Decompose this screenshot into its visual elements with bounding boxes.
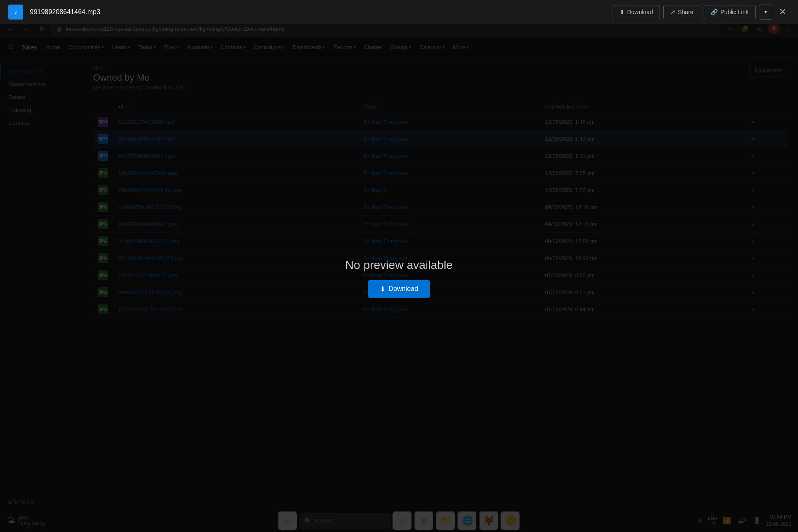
preview-public-link-button[interactable]: 🔗 Public Link <box>704 5 756 19</box>
preview-share-button[interactable]: ↗ Share <box>663 5 700 19</box>
no-preview-box: No preview available ⬇ Download <box>345 259 453 298</box>
preview-content: No preview available ⬇ Download <box>0 24 798 532</box>
preview-download-button[interactable]: ⬇ Download <box>613 5 660 19</box>
file-preview-icon: ♪ <box>8 5 23 20</box>
share-icon: ↗ <box>670 9 675 15</box>
link-icon: 🔗 <box>711 9 718 15</box>
download-main-icon: ⬇ <box>380 285 385 293</box>
file-preview-name: 991989208641464.mp3 <box>30 8 606 16</box>
download-icon: ⬇ <box>620 9 625 15</box>
preview-more-actions-button[interactable]: ▾ <box>759 5 772 20</box>
preview-close-button[interactable]: ✕ <box>776 5 790 19</box>
preview-header: ♪ 991989208641464.mp3 ⬇ Download ↗ Share… <box>0 0 798 24</box>
download-main-button[interactable]: ⬇ Download <box>368 280 430 298</box>
preview-actions: ⬇ Download ↗ Share 🔗 Public Link ▾ ✕ <box>613 5 790 20</box>
no-preview-text: No preview available <box>345 259 453 272</box>
browser-frame: Adarsh | Contact | Salesforce ✕ Files | … <box>0 0 798 532</box>
file-preview-overlay: ♪ 991989208641464.mp3 ⬇ Download ↗ Share… <box>0 0 798 532</box>
